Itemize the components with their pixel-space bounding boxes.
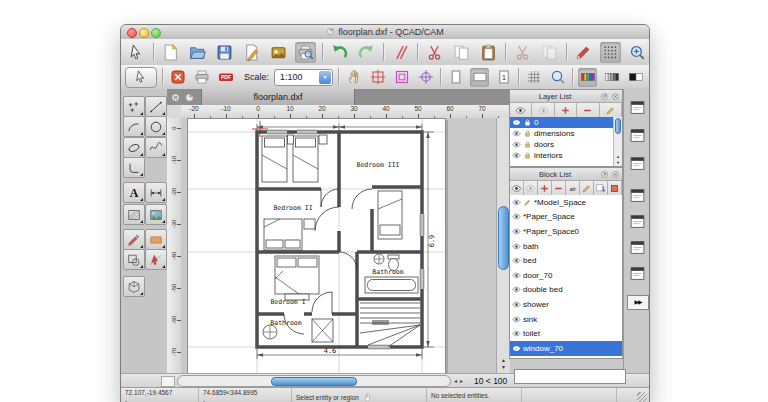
block-row-double-bed[interactable]: double bed <box>510 283 622 298</box>
print-preview-button[interactable] <box>295 42 316 63</box>
block-row-bath[interactable]: bath <box>510 239 622 254</box>
hide-all-blocks-button[interactable] <box>524 181 538 196</box>
block-row--paper-space[interactable]: *Paper_Space <box>510 210 622 225</box>
layer-list-scrollbar[interactable]: ▲ ▼ <box>613 117 622 166</box>
combobox-dropdown-icon[interactable]: ▼ <box>319 71 331 84</box>
command-line-panel-button[interactable] <box>627 263 647 283</box>
zoom-magnifier-button[interactable] <box>548 68 567 87</box>
page-number-button[interactable]: 1 <box>494 68 513 87</box>
add-layer-button[interactable] <box>555 103 577 118</box>
block-row-shower[interactable]: shower <box>510 297 622 312</box>
grid-lines-button[interactable] <box>524 68 543 87</box>
block-row-bed[interactable]: bed <box>510 253 622 268</box>
viewports-panel-button[interactable] <box>627 153 647 173</box>
svg-export-button[interactable] <box>241 42 262 63</box>
line-tool-button[interactable] <box>145 96 167 117</box>
print-button[interactable] <box>192 68 211 87</box>
ellipse-tool-button[interactable] <box>123 137 145 158</box>
selection-filter-panel-button[interactable] <box>627 185 647 205</box>
layer-panel-close-button[interactable] <box>611 92 620 101</box>
text-tool-button[interactable]: A <box>123 182 145 203</box>
origin-crosshair-button[interactable] <box>416 68 435 87</box>
edit-block-button[interactable] <box>580 181 594 196</box>
scale-combobox[interactable]: 1:100▼ <box>274 69 333 86</box>
point-tool-button[interactable] <box>123 96 145 117</box>
cut-lines-button[interactable] <box>390 42 411 63</box>
pan-hand-button[interactable] <box>344 68 363 87</box>
arc-tool-button[interactable] <box>123 116 145 137</box>
block-row-door-70[interactable]: door_70 <box>510 268 622 283</box>
layer-scroll-down-button[interactable]: ▼ <box>614 160 622 165</box>
grayscale-mode-button[interactable] <box>602 68 621 87</box>
layer-row-0[interactable]: 0 <box>510 117 613 128</box>
undo-button[interactable] <box>329 42 350 63</box>
new-document-button[interactable] <box>160 42 181 63</box>
grid-toggle-button[interactable] <box>600 42 621 63</box>
title-bar[interactable]: floorplan.dxf - QCAD/CAM <box>121 25 649 40</box>
zoom-in-button[interactable] <box>627 42 648 63</box>
block-panel-float-button[interactable] <box>600 170 609 179</box>
clipboard-panel-button[interactable] <box>627 237 647 257</box>
horizontal-scrollbar-thumb[interactable] <box>271 377 357 386</box>
block-row-sink[interactable]: sink <box>510 312 622 327</box>
paste-button[interactable] <box>478 42 499 63</box>
add-block-button[interactable] <box>538 181 552 196</box>
bitmap-export-button[interactable] <box>268 42 289 63</box>
auto-zoom-button[interactable] <box>368 68 387 87</box>
show-all-blocks-button[interactable] <box>510 181 524 196</box>
open-document-button[interactable] <box>187 42 208 63</box>
library-browser-panel-button[interactable] <box>627 211 647 231</box>
image-tool-button[interactable] <box>145 204 167 225</box>
snap-tool-button[interactable] <box>145 249 167 270</box>
layer-row-dimensions[interactable]: dimensions <box>510 128 613 139</box>
horizontal-scrollbar[interactable] <box>177 375 451 387</box>
close-drawing-button[interactable] <box>168 68 187 87</box>
vertical-scrollbar-thumb[interactable] <box>498 206 509 270</box>
block-panel-close-button[interactable] <box>611 170 620 179</box>
redo-button[interactable] <box>356 42 377 63</box>
save-document-button[interactable] <box>214 42 235 63</box>
boolean-tool-button[interactable] <box>123 249 145 270</box>
block-row-window-70[interactable]: window_70 <box>510 341 622 356</box>
block-row--model-space[interactable]: *Model_Space <box>510 195 622 210</box>
page-landscape-button[interactable] <box>470 68 489 87</box>
edit-layer-button[interactable] <box>600 103 622 118</box>
property-editor-panel-button[interactable] <box>627 97 647 117</box>
copy-button[interactable] <box>451 42 472 63</box>
block-row--paper-space0[interactable]: *Paper_Space0 <box>510 224 622 239</box>
hatch-tool-button[interactable] <box>123 204 145 225</box>
rename-block-button[interactable]: ab <box>566 181 580 196</box>
scroll-right-button[interactable]: ▸ <box>460 378 466 384</box>
layer-row-interiors[interactable]: interiors <box>510 150 613 161</box>
layer-list-panel-button[interactable] <box>627 125 647 145</box>
drawing-canvas[interactable]: 4.6 6.9 <box>181 118 496 373</box>
drawing-tab[interactable]: floorplan.dxf <box>201 89 355 105</box>
delete-block-button[interactable] <box>608 181 622 196</box>
remove-layer-button[interactable] <box>577 103 599 118</box>
modify-tool-button[interactable] <box>123 229 145 250</box>
drawing-borders-button[interactable] <box>392 68 411 87</box>
insert-block-button[interactable] <box>594 181 608 196</box>
blackwhite-mode-button[interactable] <box>626 68 645 87</box>
paste-with-reference-button[interactable] <box>539 42 560 63</box>
pdf-export-button[interactable]: PDF <box>216 68 235 87</box>
resize-grip[interactable] <box>637 392 647 402</box>
layer-row-doors[interactable]: doors <box>510 139 613 150</box>
cut-with-reference-button[interactable] <box>512 42 533 63</box>
spline-tool-button[interactable] <box>145 137 167 158</box>
dimension-tool-button[interactable] <box>145 182 167 203</box>
polyline-tool-button[interactable] <box>123 157 145 178</box>
remove-block-button[interactable] <box>552 181 566 196</box>
vertical-scrollbar[interactable]: ▲ ▼ <box>496 118 510 373</box>
selection-pointer-button[interactable] <box>126 42 147 63</box>
layer-panel-float-button[interactable] <box>600 92 609 101</box>
layer-scroll-up-button[interactable]: ▲ <box>614 154 622 159</box>
show-all-layers-button[interactable] <box>510 103 532 118</box>
property-editor-pen-button[interactable] <box>573 42 594 63</box>
command-line-input[interactable] <box>514 369 626 384</box>
show-more-panels-button[interactable]: ▶▶ <box>627 295 649 310</box>
viewport-3d-tool-button[interactable] <box>123 276 145 297</box>
scroll-down-button[interactable]: ▼ <box>497 364 510 371</box>
circle-tool-button[interactable] <box>145 116 167 137</box>
close-tab-button[interactable] <box>170 92 181 103</box>
